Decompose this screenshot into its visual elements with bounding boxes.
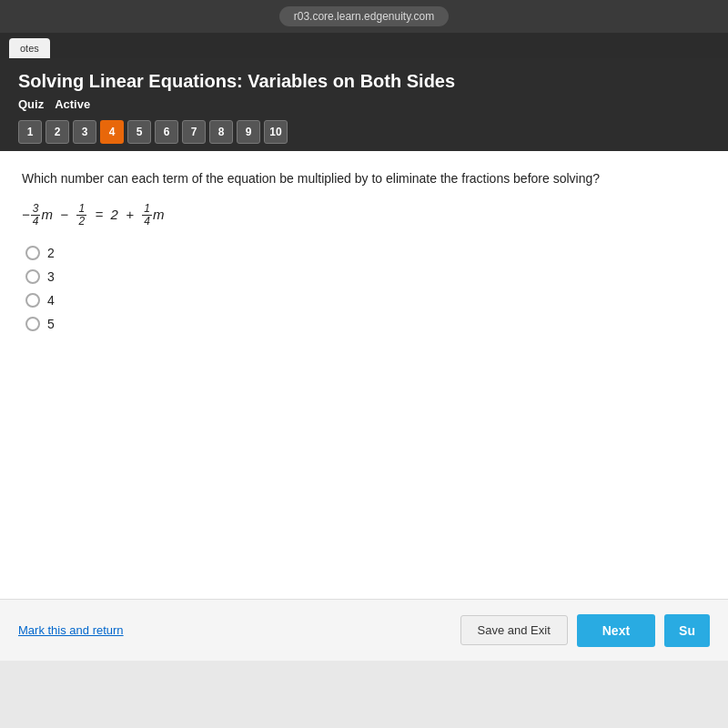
fraction-3-4: 3 4 [31,203,41,228]
quiz-label: Quiz [18,97,44,111]
question-text: Which number can each term of the equati… [22,169,706,188]
fraction-1-4: 1 4 [142,203,152,228]
browser-tab[interactable]: otes [9,38,50,58]
question-number-2[interactable]: 2 [46,120,69,144]
answer-options: 2 3 4 5 [25,246,706,331]
browser-tab-bar: otes [0,33,728,58]
radio-4[interactable] [25,293,40,308]
answer-option-3[interactable]: 3 [25,269,706,284]
main-content: Which number can each term of the equati… [0,151,728,661]
question-numbers: 1 2 3 4 5 6 7 8 9 10 [18,120,710,144]
option-label-5: 5 [47,317,55,331]
question-number-8[interactable]: 8 [209,120,233,144]
question-number-6[interactable]: 6 [155,120,178,144]
radio-2[interactable] [25,246,40,260]
question-number-5[interactable]: 5 [127,120,151,144]
quiz-label-row: Quiz Active [18,97,710,111]
browser-chrome: r03.core.learn.edgenuity.com [0,0,728,33]
radio-3[interactable] [25,269,40,284]
answer-option-5[interactable]: 5 [25,317,706,331]
browser-url: r03.core.learn.edgenuity.com [279,6,450,26]
submit-button[interactable]: Su [664,614,710,647]
fraction-1-2: 1 2 [76,203,86,228]
option-label-3: 3 [47,269,55,284]
question-number-1[interactable]: 1 [18,120,42,144]
option-label-4: 4 [47,293,55,308]
save-exit-button[interactable]: Save and Exit [460,615,568,645]
question-number-10[interactable]: 10 [264,120,288,144]
answer-option-4[interactable]: 4 [25,293,706,308]
answer-option-2[interactable]: 2 [25,246,706,260]
radio-5[interactable] [25,317,40,331]
app-header: Solving Linear Equations: Variables on B… [0,58,728,151]
question-number-9[interactable]: 9 [237,120,260,144]
next-button[interactable]: Next [577,614,655,647]
footer-buttons: Save and Exit Next Su [460,614,710,647]
footer: Mark this and return Save and Exit Next … [0,599,728,661]
equation: − 3 4 m − 1 2 = 2 + 1 4 m [22,203,706,228]
option-label-2: 2 [47,246,55,260]
question-number-3[interactable]: 3 [73,120,96,144]
mark-return-link[interactable]: Mark this and return [18,623,124,637]
active-label: Active [55,97,90,111]
question-number-7[interactable]: 7 [182,120,206,144]
page-title: Solving Linear Equations: Variables on B… [18,71,710,92]
question-number-4[interactable]: 4 [100,120,124,144]
